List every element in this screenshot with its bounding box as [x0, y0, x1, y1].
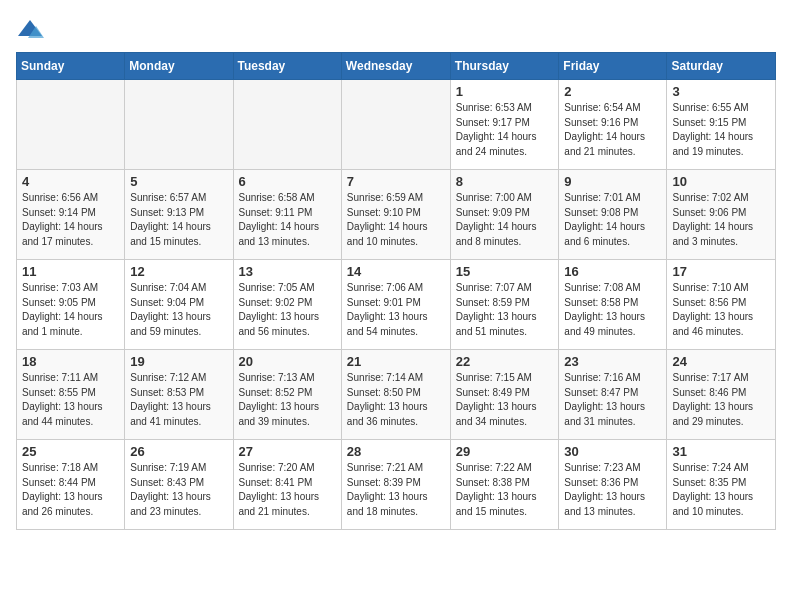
calendar-cell: 29Sunrise: 7:22 AM Sunset: 8:38 PM Dayli…	[450, 440, 559, 530]
calendar-cell: 18Sunrise: 7:11 AM Sunset: 8:55 PM Dayli…	[17, 350, 125, 440]
calendar-week-row: 25Sunrise: 7:18 AM Sunset: 8:44 PM Dayli…	[17, 440, 776, 530]
day-number: 20	[239, 354, 336, 369]
day-info: Sunrise: 7:08 AM Sunset: 8:58 PM Dayligh…	[564, 281, 661, 339]
calendar-cell: 7Sunrise: 6:59 AM Sunset: 9:10 PM Daylig…	[341, 170, 450, 260]
day-info: Sunrise: 7:12 AM Sunset: 8:53 PM Dayligh…	[130, 371, 227, 429]
day-info: Sunrise: 7:21 AM Sunset: 8:39 PM Dayligh…	[347, 461, 445, 519]
calendar-cell: 24Sunrise: 7:17 AM Sunset: 8:46 PM Dayli…	[667, 350, 776, 440]
day-number: 11	[22, 264, 119, 279]
day-number: 1	[456, 84, 554, 99]
day-info: Sunrise: 7:07 AM Sunset: 8:59 PM Dayligh…	[456, 281, 554, 339]
calendar-cell: 28Sunrise: 7:21 AM Sunset: 8:39 PM Dayli…	[341, 440, 450, 530]
day-number: 13	[239, 264, 336, 279]
calendar-cell: 1Sunrise: 6:53 AM Sunset: 9:17 PM Daylig…	[450, 80, 559, 170]
day-info: Sunrise: 6:54 AM Sunset: 9:16 PM Dayligh…	[564, 101, 661, 159]
day-number: 22	[456, 354, 554, 369]
day-number: 4	[22, 174, 119, 189]
calendar-cell: 21Sunrise: 7:14 AM Sunset: 8:50 PM Dayli…	[341, 350, 450, 440]
day-number: 31	[672, 444, 770, 459]
day-number: 8	[456, 174, 554, 189]
calendar-cell: 4Sunrise: 6:56 AM Sunset: 9:14 PM Daylig…	[17, 170, 125, 260]
calendar-cell: 26Sunrise: 7:19 AM Sunset: 8:43 PM Dayli…	[125, 440, 233, 530]
day-info: Sunrise: 7:06 AM Sunset: 9:01 PM Dayligh…	[347, 281, 445, 339]
day-number: 9	[564, 174, 661, 189]
day-info: Sunrise: 7:13 AM Sunset: 8:52 PM Dayligh…	[239, 371, 336, 429]
day-number: 19	[130, 354, 227, 369]
calendar-cell: 9Sunrise: 7:01 AM Sunset: 9:08 PM Daylig…	[559, 170, 667, 260]
calendar-cell: 13Sunrise: 7:05 AM Sunset: 9:02 PM Dayli…	[233, 260, 341, 350]
calendar-cell: 23Sunrise: 7:16 AM Sunset: 8:47 PM Dayli…	[559, 350, 667, 440]
header-friday: Friday	[559, 53, 667, 80]
day-info: Sunrise: 7:15 AM Sunset: 8:49 PM Dayligh…	[456, 371, 554, 429]
calendar-cell: 10Sunrise: 7:02 AM Sunset: 9:06 PM Dayli…	[667, 170, 776, 260]
day-number: 26	[130, 444, 227, 459]
day-info: Sunrise: 6:56 AM Sunset: 9:14 PM Dayligh…	[22, 191, 119, 249]
day-number: 29	[456, 444, 554, 459]
calendar-cell: 14Sunrise: 7:06 AM Sunset: 9:01 PM Dayli…	[341, 260, 450, 350]
day-number: 16	[564, 264, 661, 279]
calendar-cell: 30Sunrise: 7:23 AM Sunset: 8:36 PM Dayli…	[559, 440, 667, 530]
day-info: Sunrise: 6:58 AM Sunset: 9:11 PM Dayligh…	[239, 191, 336, 249]
calendar-cell: 17Sunrise: 7:10 AM Sunset: 8:56 PM Dayli…	[667, 260, 776, 350]
day-info: Sunrise: 7:24 AM Sunset: 8:35 PM Dayligh…	[672, 461, 770, 519]
day-info: Sunrise: 7:18 AM Sunset: 8:44 PM Dayligh…	[22, 461, 119, 519]
calendar-header-row: SundayMondayTuesdayWednesdayThursdayFrid…	[17, 53, 776, 80]
day-number: 5	[130, 174, 227, 189]
logo	[16, 16, 48, 44]
day-number: 27	[239, 444, 336, 459]
day-number: 2	[564, 84, 661, 99]
calendar-cell: 6Sunrise: 6:58 AM Sunset: 9:11 PM Daylig…	[233, 170, 341, 260]
day-number: 21	[347, 354, 445, 369]
calendar-cell: 3Sunrise: 6:55 AM Sunset: 9:15 PM Daylig…	[667, 80, 776, 170]
calendar-cell: 27Sunrise: 7:20 AM Sunset: 8:41 PM Dayli…	[233, 440, 341, 530]
day-info: Sunrise: 7:16 AM Sunset: 8:47 PM Dayligh…	[564, 371, 661, 429]
calendar-week-row: 11Sunrise: 7:03 AM Sunset: 9:05 PM Dayli…	[17, 260, 776, 350]
day-info: Sunrise: 7:01 AM Sunset: 9:08 PM Dayligh…	[564, 191, 661, 249]
day-info: Sunrise: 7:11 AM Sunset: 8:55 PM Dayligh…	[22, 371, 119, 429]
day-number: 23	[564, 354, 661, 369]
day-info: Sunrise: 7:14 AM Sunset: 8:50 PM Dayligh…	[347, 371, 445, 429]
calendar-cell: 19Sunrise: 7:12 AM Sunset: 8:53 PM Dayli…	[125, 350, 233, 440]
calendar-cell: 25Sunrise: 7:18 AM Sunset: 8:44 PM Dayli…	[17, 440, 125, 530]
calendar-cell: 22Sunrise: 7:15 AM Sunset: 8:49 PM Dayli…	[450, 350, 559, 440]
day-info: Sunrise: 6:59 AM Sunset: 9:10 PM Dayligh…	[347, 191, 445, 249]
day-info: Sunrise: 6:55 AM Sunset: 9:15 PM Dayligh…	[672, 101, 770, 159]
header-wednesday: Wednesday	[341, 53, 450, 80]
calendar-cell: 12Sunrise: 7:04 AM Sunset: 9:04 PM Dayli…	[125, 260, 233, 350]
day-number: 12	[130, 264, 227, 279]
day-number: 3	[672, 84, 770, 99]
day-number: 6	[239, 174, 336, 189]
calendar-cell: 31Sunrise: 7:24 AM Sunset: 8:35 PM Dayli…	[667, 440, 776, 530]
header-saturday: Saturday	[667, 53, 776, 80]
day-info: Sunrise: 7:19 AM Sunset: 8:43 PM Dayligh…	[130, 461, 227, 519]
calendar-cell: 16Sunrise: 7:08 AM Sunset: 8:58 PM Dayli…	[559, 260, 667, 350]
day-info: Sunrise: 7:23 AM Sunset: 8:36 PM Dayligh…	[564, 461, 661, 519]
header-monday: Monday	[125, 53, 233, 80]
day-number: 7	[347, 174, 445, 189]
header-tuesday: Tuesday	[233, 53, 341, 80]
calendar-week-row: 4Sunrise: 6:56 AM Sunset: 9:14 PM Daylig…	[17, 170, 776, 260]
calendar-cell	[125, 80, 233, 170]
calendar-cell: 8Sunrise: 7:00 AM Sunset: 9:09 PM Daylig…	[450, 170, 559, 260]
day-number: 18	[22, 354, 119, 369]
day-info: Sunrise: 7:22 AM Sunset: 8:38 PM Dayligh…	[456, 461, 554, 519]
day-info: Sunrise: 7:04 AM Sunset: 9:04 PM Dayligh…	[130, 281, 227, 339]
day-info: Sunrise: 7:17 AM Sunset: 8:46 PM Dayligh…	[672, 371, 770, 429]
calendar-cell: 2Sunrise: 6:54 AM Sunset: 9:16 PM Daylig…	[559, 80, 667, 170]
header-thursday: Thursday	[450, 53, 559, 80]
calendar-cell: 15Sunrise: 7:07 AM Sunset: 8:59 PM Dayli…	[450, 260, 559, 350]
calendar-cell	[17, 80, 125, 170]
day-number: 28	[347, 444, 445, 459]
calendar-week-row: 18Sunrise: 7:11 AM Sunset: 8:55 PM Dayli…	[17, 350, 776, 440]
day-info: Sunrise: 7:03 AM Sunset: 9:05 PM Dayligh…	[22, 281, 119, 339]
logo-icon	[16, 16, 44, 44]
calendar-week-row: 1Sunrise: 6:53 AM Sunset: 9:17 PM Daylig…	[17, 80, 776, 170]
day-number: 25	[22, 444, 119, 459]
header	[16, 16, 776, 44]
header-sunday: Sunday	[17, 53, 125, 80]
day-info: Sunrise: 7:10 AM Sunset: 8:56 PM Dayligh…	[672, 281, 770, 339]
day-info: Sunrise: 6:53 AM Sunset: 9:17 PM Dayligh…	[456, 101, 554, 159]
day-info: Sunrise: 7:20 AM Sunset: 8:41 PM Dayligh…	[239, 461, 336, 519]
day-number: 15	[456, 264, 554, 279]
day-number: 24	[672, 354, 770, 369]
